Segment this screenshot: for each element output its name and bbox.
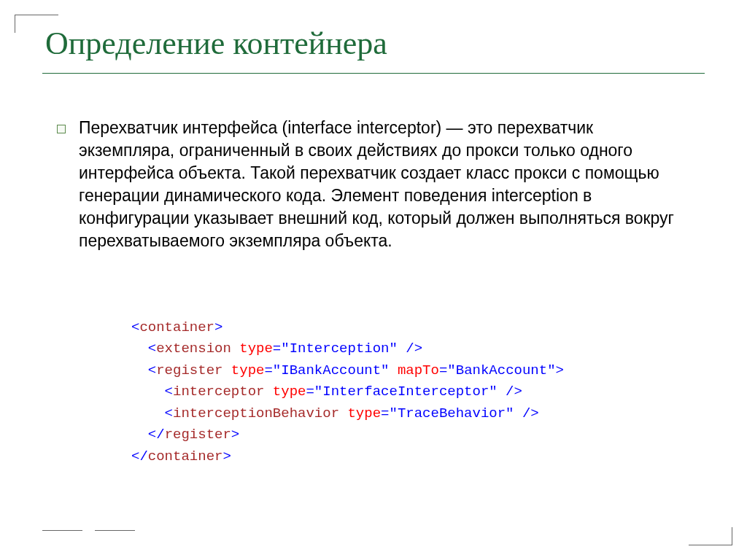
code-line-1: <container> — [131, 319, 222, 335]
footer-tick-right — [95, 530, 135, 531]
body-text: Перехватчик интерфейса (interface interc… — [57, 117, 674, 252]
square-bullet-icon — [57, 125, 66, 133]
slide: Определение контейнера Перехватчик интер… — [0, 0, 747, 560]
code-line-6: </register> — [131, 427, 239, 443]
xml-code-block: <container> <extension type="Interceptio… — [131, 317, 564, 467]
code-line-7: </container> — [131, 448, 231, 464]
code-line-4: <interceptor type="InterfaceInterceptor"… — [131, 384, 522, 400]
title-underline — [42, 73, 705, 74]
code-line-3: <register type="IBankAccount" mapTo="Ban… — [131, 362, 564, 378]
code-line-2: <extension type="Interception" /> — [131, 341, 422, 357]
slide-title: Определение контейнера — [45, 25, 387, 62]
code-line-5: <interceptionBehavior type="TraceBehavio… — [131, 405, 539, 421]
bullet-text: Перехватчик интерфейса (interface interc… — [79, 117, 674, 252]
bullet-item: Перехватчик интерфейса (interface interc… — [57, 117, 674, 252]
footer-tick-left — [42, 530, 82, 531]
corner-decoration-bottom-right — [689, 527, 732, 545]
